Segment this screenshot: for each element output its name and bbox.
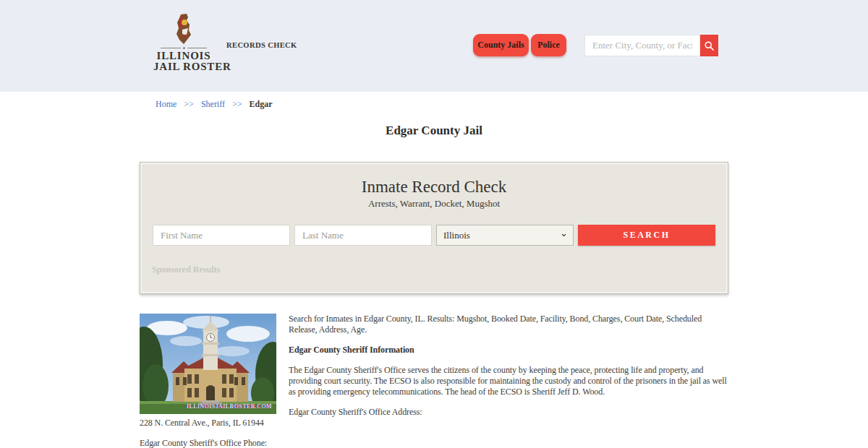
last-name-input[interactable]	[294, 225, 432, 246]
address-heading: Edgar County Sheriff's Office Address:	[289, 407, 422, 417]
state-select-wrap: Illinois ⌄	[436, 225, 574, 246]
panel-title: Inmate Record Check	[152, 178, 716, 197]
logo-text-line2: JAIL ROSTER	[153, 61, 214, 72]
search-icon	[704, 40, 715, 51]
photo-watermark: ILLINOISJAILROSTER.COM	[187, 401, 272, 412]
site-logo[interactable]: ILLINOIS JAIL ROSTER	[153, 13, 214, 72]
illinois-seal-icon	[170, 13, 197, 45]
breadcrumb: Home >> Sheriff >> Edgar	[140, 99, 728, 110]
facility-search-input[interactable]	[584, 35, 700, 56]
search-submit-button[interactable]	[700, 35, 718, 56]
tab-county-jails[interactable]: County Jails	[473, 34, 529, 56]
courthouse-photo: ILLINOISJAILROSTER.COM	[140, 314, 276, 414]
state-select[interactable]: Illinois	[436, 225, 574, 246]
panel-subtitle: Arrests, Warrant, Docket, Mugshot	[152, 198, 716, 210]
main-content: Home >> Sheriff >> Edgar Edgar County Ja…	[140, 99, 728, 448]
phone-heading: Edgar County Sheriff's Office Phone:	[140, 438, 728, 448]
tab-police[interactable]: Police	[531, 34, 566, 56]
breadcrumb-separator: >>	[184, 99, 194, 109]
breadcrumb-sheriff[interactable]: Sheriff	[201, 99, 225, 109]
logo-text-line1: ILLINOIS	[153, 51, 214, 61]
search-form-row: Illinois ⌄ SEARCH	[152, 225, 716, 246]
county-info-section: ILLINOISJAILROSTER.COM Search for Inmate…	[140, 314, 728, 448]
inmate-record-check-panel: Inmate Record Check Arrests, Warrant, Do…	[140, 162, 728, 294]
logo-divider	[161, 47, 207, 49]
breadcrumb-home[interactable]: Home	[156, 99, 176, 109]
breadcrumb-separator: >>	[232, 99, 242, 109]
address-value: 228 N. Central Ave., Paris, IL 61944	[140, 418, 264, 428]
site-header: ILLINOIS JAIL ROSTER RECORDS CHECK Count…	[0, 0, 868, 92]
header-search	[584, 35, 718, 56]
page-title: Edgar County Jail	[140, 124, 728, 138]
breadcrumb-current: Edgar	[250, 99, 273, 109]
courthouse-illustration	[140, 314, 276, 414]
inmate-search-button[interactable]: SEARCH	[578, 225, 715, 246]
header-tabs: County Jails Police	[473, 34, 566, 56]
first-name-input[interactable]	[153, 225, 290, 246]
records-check-label: RECORDS CHECK	[226, 41, 297, 49]
sponsored-results-label: Sponsored Results	[152, 264, 716, 275]
